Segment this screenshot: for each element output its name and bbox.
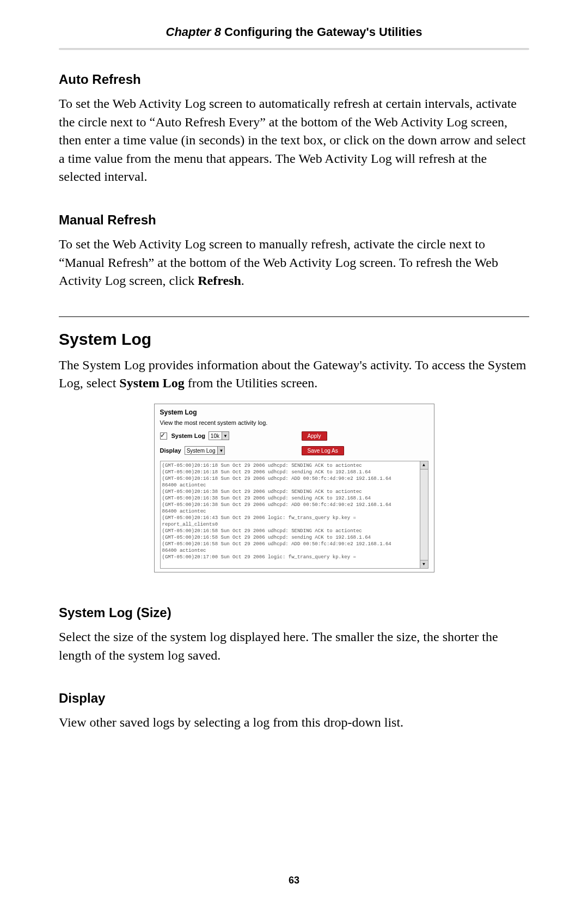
section-divider: [59, 316, 529, 317]
scroll-up-icon[interactable]: ▲: [420, 461, 428, 470]
screenshot-title: System Log: [160, 409, 428, 416]
chapter-header: Chapter 8 Configuring the Gateway's Util…: [59, 25, 529, 45]
system-log-checkbox[interactable]: [160, 432, 167, 440]
apply-button[interactable]: Apply: [302, 431, 327, 441]
text-manual-refresh-bold: Refresh: [198, 273, 241, 288]
log-textarea[interactable]: (GMT-05:00)20:16:18 Sun Oct 29 2006 udhc…: [160, 461, 428, 569]
heading-system-log-size: System Log (Size): [59, 605, 529, 620]
display-select-value: System Log: [187, 448, 216, 454]
heading-auto-refresh: Auto Refresh: [59, 72, 529, 87]
heading-display: Display: [59, 691, 529, 706]
paragraph-system-log-size: Select the size of the system log displa…: [59, 628, 529, 665]
text-manual-refresh-suffix: .: [241, 273, 244, 288]
display-select[interactable]: System Log ▼: [185, 446, 225, 455]
system-log-size-select[interactable]: 10k ▼: [209, 431, 229, 440]
screenshot-row-size: System Log 10k ▼ Apply: [160, 431, 428, 441]
chevron-down-icon: ▼: [217, 447, 224, 454]
screenshot-subtitle: View the most recent system activity log…: [160, 419, 428, 426]
chapter-label: Chapter 8: [166, 25, 221, 39]
system-log-label: System Log: [171, 432, 205, 439]
system-log-size-value: 10k: [211, 433, 219, 439]
page-number: 63: [0, 875, 588, 886]
scrollbar[interactable]: ▲ ▼: [420, 461, 428, 568]
scroll-down-icon[interactable]: ▼: [420, 560, 428, 568]
save-log-as-button[interactable]: Save Log As: [302, 446, 344, 455]
text-system-log-bold: System Log: [119, 376, 184, 390]
text-manual-refresh-prefix: To set the Web Activity Log screen to ma…: [59, 237, 498, 288]
heading-manual-refresh: Manual Refresh: [59, 212, 529, 228]
heading-system-log: System Log: [59, 330, 529, 349]
chevron-down-icon: ▼: [222, 432, 229, 440]
paragraph-display: View other saved logs by selecting a log…: [59, 714, 529, 732]
text-system-log-suffix: from the Utilities screen.: [185, 376, 318, 390]
body-content: Auto Refresh To set the Web Activity Log…: [59, 50, 529, 732]
paragraph-manual-refresh: To set the Web Activity Log screen to ma…: [59, 235, 529, 290]
page: Chapter 8 Configuring the Gateway's Util…: [0, 0, 588, 908]
screenshot-row-display: Display System Log ▼ Save Log As: [160, 446, 428, 455]
paragraph-auto-refresh: To set the Web Activity Log screen to au…: [59, 95, 529, 186]
display-label: Display: [160, 447, 181, 454]
log-text-content: (GMT-05:00)20:16:18 Sun Oct 29 2006 udhc…: [161, 461, 428, 562]
paragraph-system-log: The System Log provides information abou…: [59, 356, 529, 393]
chapter-title: Configuring the Gateway's Utilities: [221, 25, 422, 39]
system-log-screenshot: System Log View the most recent system a…: [154, 404, 434, 572]
